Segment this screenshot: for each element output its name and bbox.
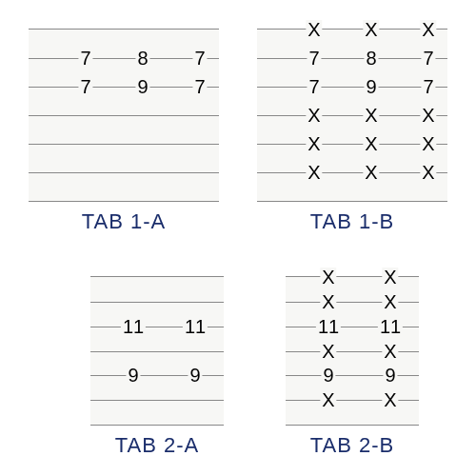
tab-1b-label: TAB 1-B — [310, 209, 395, 234]
fret-value: 7 — [307, 49, 321, 68]
fret-value: X — [382, 390, 398, 409]
fret-value: 7 — [192, 77, 207, 96]
fret-value: X — [320, 268, 336, 287]
fret-value: 8 — [135, 49, 149, 68]
string-line — [257, 58, 447, 59]
fret-value: 11 — [316, 317, 341, 336]
tab-1b: X77XXXX89XXXX77XXX — [257, 29, 447, 201]
fret-value: 7 — [421, 77, 435, 96]
fret-value: 7 — [421, 49, 435, 68]
fret-value: X — [420, 106, 436, 125]
fret-value: X — [363, 106, 379, 125]
string-line — [29, 58, 219, 59]
tab-2b-label: TAB 2-B — [310, 433, 395, 458]
fret-value: 9 — [364, 77, 378, 96]
fret-value: X — [306, 106, 322, 125]
string-line — [257, 87, 447, 88]
fret-value: X — [382, 268, 398, 287]
fret-value: X — [363, 134, 379, 153]
string-line — [29, 87, 219, 88]
tab-2a-label: TAB 2-A — [115, 433, 200, 458]
string-line — [90, 302, 224, 303]
fret-value: X — [420, 20, 436, 39]
string-line — [90, 400, 224, 401]
string-line — [286, 302, 419, 303]
string-line — [257, 172, 447, 173]
string-line — [90, 425, 224, 426]
fret-value: 7 — [78, 77, 92, 96]
string-line — [257, 115, 447, 116]
string-line — [286, 351, 419, 352]
fret-value: X — [320, 390, 336, 409]
fret-value: X — [306, 134, 322, 153]
string-line — [90, 375, 224, 376]
fret-value: X — [306, 163, 322, 182]
fret-value: X — [382, 342, 398, 361]
fret-value: X — [363, 163, 379, 182]
fret-value: 9 — [321, 366, 335, 385]
fret-value: 7 — [78, 49, 92, 68]
fret-value: 9 — [126, 366, 140, 385]
fret-value: X — [320, 342, 336, 361]
tab-1a: 778977 — [29, 29, 219, 201]
fret-value: X — [363, 20, 379, 39]
fret-value: 11 — [378, 317, 403, 336]
fret-value: 9 — [383, 366, 397, 385]
fret-value: X — [306, 20, 322, 39]
string-line — [286, 425, 419, 426]
tab-1a-label: TAB 1-A — [82, 209, 167, 234]
tab-diagram-canvas: 778977TAB 1-AX77XXXX89XXXX77XXXTAB 1-B11… — [0, 0, 476, 476]
fret-value: X — [420, 134, 436, 153]
fret-value: X — [382, 292, 398, 311]
tab-2b: XX11X9XXX11X9X — [286, 276, 419, 425]
fret-value: X — [420, 163, 436, 182]
fret-value: 8 — [364, 49, 378, 68]
string-line — [257, 201, 447, 202]
string-line — [90, 351, 224, 352]
fret-value: 7 — [307, 77, 321, 96]
string-line — [29, 115, 219, 116]
fret-value: 7 — [192, 49, 207, 68]
string-line — [29, 201, 219, 202]
fret-value: 11 — [121, 317, 146, 336]
string-line — [29, 144, 219, 145]
string-line — [29, 172, 219, 173]
tab-2a: 119119 — [90, 276, 224, 425]
fret-value: 11 — [183, 317, 208, 336]
fret-value: 9 — [188, 366, 202, 385]
fret-value: X — [320, 292, 336, 311]
fret-value: 9 — [135, 77, 149, 96]
string-line — [286, 375, 419, 376]
string-line — [257, 144, 447, 145]
string-line — [286, 400, 419, 401]
